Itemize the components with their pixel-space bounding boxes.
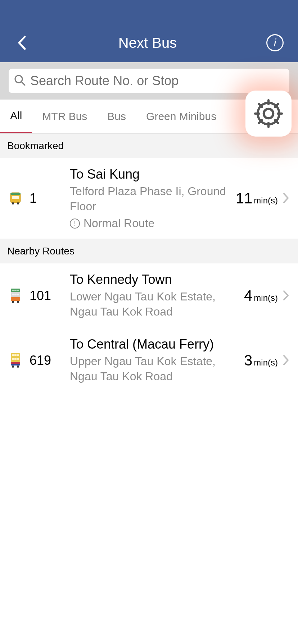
info-button[interactable]: i (266, 34, 284, 51)
chevron-right-icon (283, 193, 289, 205)
route-eta-unit: min(s) (254, 293, 278, 303)
route-stop: Upper Ngau Tau Kok Estate, Ngau Tau Kok … (70, 354, 240, 384)
svg-rect-5 (10, 193, 21, 195)
gear-icon (253, 98, 284, 129)
bus-icon (9, 353, 22, 368)
tab-bus[interactable]: Bus (97, 100, 136, 133)
svg-rect-27 (12, 358, 14, 360)
chevron-right-icon (283, 290, 289, 302)
route-trailing: 3 min(s) (244, 352, 289, 369)
route-stop: Telford Plaza Phase Ii, Ground Floor (70, 184, 232, 214)
route-leading: 619 (9, 353, 70, 368)
header-bar: Next Bus i (0, 0, 298, 62)
svg-rect-13 (14, 290, 17, 291)
section-bookmarked-header: Bookmarked (0, 134, 298, 158)
route-mid: To Central (Macau Ferry) Upper Ngau Tau … (70, 337, 244, 384)
svg-rect-25 (14, 354, 17, 356)
route-eta-unit: min(s) (254, 196, 278, 206)
svg-rect-24 (12, 354, 14, 356)
svg-rect-29 (17, 358, 19, 360)
tab-all[interactable]: All (0, 100, 32, 133)
chevron-right-icon (283, 355, 289, 367)
route-item[interactable]: 619 To Central (Macau Ferry) Upper Ngau … (0, 328, 298, 393)
route-number: 619 (30, 353, 51, 368)
alert-icon: ! (70, 218, 80, 229)
svg-point-31 (17, 365, 19, 368)
tab-green-minibus[interactable]: Green Minibus (136, 100, 226, 133)
svg-point-8 (17, 202, 19, 204)
section-nearby-header: Nearby Routes (0, 239, 298, 263)
svg-point-2 (264, 109, 273, 118)
svg-point-7 (12, 202, 14, 204)
route-stop: Lower Ngau Tau Kok Estate, Ngau Tau Kok … (70, 289, 240, 319)
search-box[interactable] (9, 69, 289, 93)
route-item[interactable]: 1 To Sai Kung Telford Plaza Phase Ii, Gr… (0, 158, 298, 239)
route-mid: To Kennedy Town Lower Ngau Tau Kok Estat… (70, 272, 244, 319)
route-number: 1 (30, 191, 37, 206)
route-destination: To Sai Kung (70, 167, 232, 182)
route-trailing: 11 min(s) (236, 190, 289, 207)
bus-icon (9, 288, 22, 304)
page-title: Next Bus (118, 35, 177, 51)
route-eta: 11 (236, 190, 253, 207)
svg-point-19 (17, 301, 19, 303)
route-eta: 4 (244, 287, 252, 304)
svg-rect-14 (17, 290, 19, 291)
svg-rect-23 (11, 364, 20, 365)
svg-rect-28 (14, 358, 17, 360)
svg-point-3 (258, 103, 279, 124)
route-trailing: 4 min(s) (244, 287, 289, 304)
svg-rect-16 (14, 294, 17, 295)
svg-line-1 (22, 82, 25, 85)
route-destination: To Central (Macau Ferry) (70, 337, 240, 352)
svg-rect-11 (11, 297, 20, 301)
svg-rect-12 (12, 290, 14, 291)
route-leading: 101 (9, 288, 70, 304)
route-destination: To Kennedy Town (70, 272, 240, 287)
svg-rect-26 (17, 354, 19, 356)
svg-point-18 (12, 301, 14, 303)
tab-mtr-bus[interactable]: MTR Bus (32, 100, 97, 133)
settings-button[interactable] (245, 91, 292, 137)
info-icon: i (274, 37, 276, 49)
svg-rect-15 (12, 294, 14, 295)
svg-rect-22 (11, 362, 20, 364)
route-number: 101 (30, 288, 51, 303)
route-status: Normal Route (83, 217, 154, 230)
back-button[interactable] (14, 36, 29, 50)
svg-rect-6 (12, 196, 19, 199)
chevron-left-icon (17, 35, 26, 50)
search-input[interactable] (30, 73, 284, 88)
svg-point-30 (12, 365, 14, 368)
route-item[interactable]: 101 To Kennedy Town Lower Ngau Tau Kok E… (0, 263, 298, 328)
route-eta-unit: min(s) (254, 358, 278, 368)
svg-rect-17 (17, 294, 19, 295)
app-root: Next Bus i All MTR Bus Bus Green Minibus (0, 0, 298, 644)
route-status-line: ! Normal Route (70, 217, 232, 230)
minibus-icon (9, 190, 22, 206)
route-leading: 1 (9, 190, 70, 206)
route-mid: To Sai Kung Telford Plaza Phase Ii, Grou… (70, 167, 236, 230)
search-icon (14, 74, 26, 88)
route-eta: 3 (244, 352, 252, 369)
